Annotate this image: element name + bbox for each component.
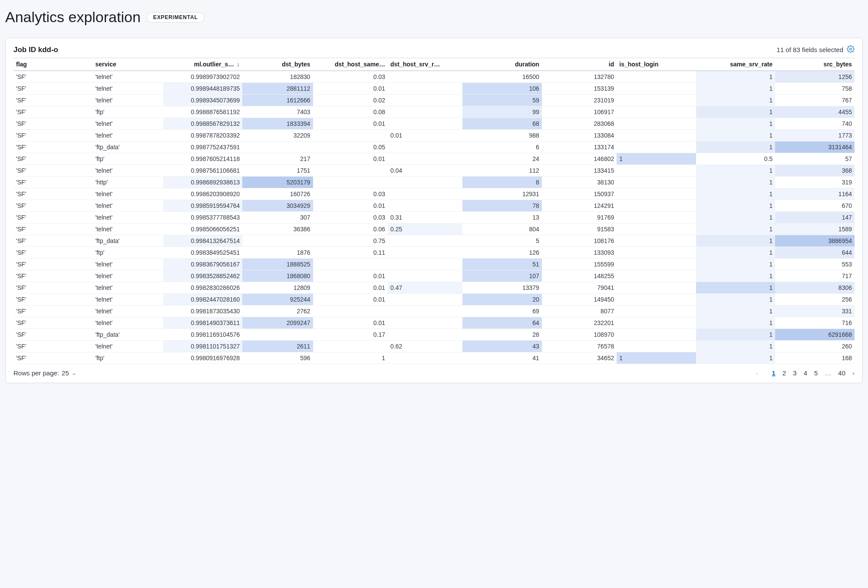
cell-host_lg: 1 <box>617 153 696 165</box>
cell-dst_same: 0.17 <box>313 329 388 341</box>
cell-duration: 106 <box>462 83 542 95</box>
cell-dst_bytes: 1876 <box>242 247 313 259</box>
page-button[interactable]: 5 <box>814 369 818 377</box>
cell-id: 34652 <box>542 352 617 364</box>
cell-dst_bytes <box>242 235 313 247</box>
table-row: 'SF''telnet'0.998352885246218680800.0110… <box>13 270 855 282</box>
cell-host_lg <box>617 341 696 352</box>
cell-src_bytes: 319 <box>775 177 855 188</box>
chevron-down-icon: ⌄ <box>72 370 76 376</box>
cell-outlier: 0.9980916976928 <box>163 352 243 364</box>
column-header-service[interactable]: service <box>93 58 163 71</box>
cell-dst_bytes: 2611 <box>242 341 313 352</box>
column-header-outlier[interactable]: ml.outlier_s…↓ <box>163 58 243 71</box>
cell-service: 'ftp' <box>93 352 163 364</box>
cell-dst_bytes: 182830 <box>242 71 313 83</box>
cell-dst_srv <box>388 259 462 270</box>
cell-dst_srv <box>388 118 462 130</box>
next-page-icon[interactable]: › <box>852 369 855 377</box>
column-header-duration[interactable]: duration <box>462 58 542 71</box>
cell-ssr: 1 <box>696 177 776 188</box>
cell-outlier: 0.9987561106681 <box>163 165 243 177</box>
cell-service: 'telnet' <box>93 83 163 95</box>
cell-service: 'telnet' <box>93 270 163 282</box>
cell-dst_same: 0.05 <box>313 141 388 153</box>
cell-service: 'telnet' <box>93 317 163 329</box>
cell-flag: 'SF' <box>13 177 93 188</box>
table-row: 'SF''telnet'0.998944818973528811120.0110… <box>13 83 855 95</box>
cell-id: 148255 <box>542 270 617 282</box>
page-button[interactable]: 1 <box>772 369 776 377</box>
cell-src_bytes: 4455 <box>775 106 855 118</box>
cell-src_bytes: 6291668 <box>775 329 855 341</box>
cell-src_bytes: 8306 <box>775 282 855 294</box>
last-page-button[interactable]: 40 <box>838 369 845 377</box>
prev-page-icon[interactable]: ‹ <box>756 369 758 377</box>
cell-ssr: 1 <box>696 341 776 352</box>
pagination: ‹ 12345 … 40 › <box>756 369 855 377</box>
page-button[interactable]: 3 <box>793 369 796 377</box>
column-header-dst_same[interactable]: dst_host_same… <box>313 58 388 71</box>
column-header-src_bytes[interactable]: src_bytes <box>775 58 855 71</box>
table-row: 'SF''telnet'0.99836790561671888525511555… <box>13 259 855 270</box>
cell-dst_bytes: 217 <box>242 153 313 165</box>
cell-dst_srv <box>388 200 462 212</box>
cell-dst_srv <box>388 141 462 153</box>
cell-dst_srv <box>388 270 462 282</box>
cell-id: 76578 <box>542 341 617 352</box>
cell-dst_bytes: 12809 <box>242 282 313 294</box>
rows-per-page-select[interactable]: Rows per page: 25 ⌄ <box>13 369 76 377</box>
cell-host_lg <box>617 188 696 200</box>
cell-service: 'ftp' <box>93 247 163 259</box>
cell-flag: 'SF' <box>13 165 93 177</box>
cell-host_lg <box>617 212 696 223</box>
cell-id: 155599 <box>542 259 617 270</box>
cell-service: 'telnet' <box>93 212 163 223</box>
cell-dst_bytes: 2881112 <box>242 83 313 95</box>
cell-dst_bytes: 3034929 <box>242 200 313 212</box>
gear-icon[interactable] <box>847 45 855 54</box>
cell-host_lg <box>617 118 696 130</box>
table-row: 'SF''ftp'0.99809169769285961413465211168 <box>13 352 855 364</box>
cell-dst_same: 0.06 <box>313 223 388 235</box>
cell-dst_srv <box>388 188 462 200</box>
results-table: flagserviceml.outlier_s…↓dst_bytesdst_ho… <box>13 58 855 364</box>
column-header-dst_bytes[interactable]: dst_bytes <box>242 58 313 71</box>
column-header-id[interactable]: id <box>542 58 617 71</box>
panel-title: Job ID kdd-o <box>13 46 58 54</box>
cell-dst_bytes: 2099247 <box>242 317 313 329</box>
cell-src_bytes: 740 <box>775 118 855 130</box>
column-header-dst_srv[interactable]: dst_host_srv_r… <box>388 58 462 71</box>
column-header-ssr[interactable]: same_srv_rate <box>696 58 776 71</box>
cell-src_bytes: 553 <box>775 259 855 270</box>
cell-flag: 'SF' <box>13 329 93 341</box>
cell-ssr: 1 <box>696 83 776 95</box>
column-header-host_lg[interactable]: is_host_login <box>617 58 696 71</box>
pagination-ellipsis: … <box>825 369 831 377</box>
cell-duration: 16500 <box>462 71 542 83</box>
cell-host_lg <box>617 83 696 95</box>
cell-src_bytes: 57 <box>775 153 855 165</box>
cell-host_lg <box>617 177 696 188</box>
cell-flag: 'SF' <box>13 294 93 305</box>
cell-dst_same: 0.01 <box>313 118 388 130</box>
table-row: 'SF''ftp_data'0.99811691045760.172810897… <box>13 329 855 341</box>
table-row: 'SF''telnet'0.998856782913218333940.0168… <box>13 118 855 130</box>
page-button[interactable]: 2 <box>782 369 786 377</box>
cell-flag: 'SF' <box>13 305 93 317</box>
cell-dst_srv: 0.25 <box>388 223 462 235</box>
cell-duration: 5 <box>462 235 542 247</box>
cell-id: 106917 <box>542 106 617 118</box>
cell-duration: 78 <box>462 200 542 212</box>
cell-dst_same: 0.01 <box>313 294 388 305</box>
cell-duration: 28 <box>462 329 542 341</box>
cell-flag: 'SF' <box>13 130 93 141</box>
cell-duration: 68 <box>462 118 542 130</box>
cell-service: 'ftp_data' <box>93 329 163 341</box>
column-header-flag[interactable]: flag <box>13 58 93 71</box>
cell-flag: 'SF' <box>13 153 93 165</box>
cell-flag: 'SF' <box>13 282 93 294</box>
table-row: 'SF''telnet'0.99818730354302762698077133… <box>13 305 855 317</box>
page-button[interactable]: 4 <box>804 369 807 377</box>
cell-src_bytes: 1256 <box>775 71 855 83</box>
